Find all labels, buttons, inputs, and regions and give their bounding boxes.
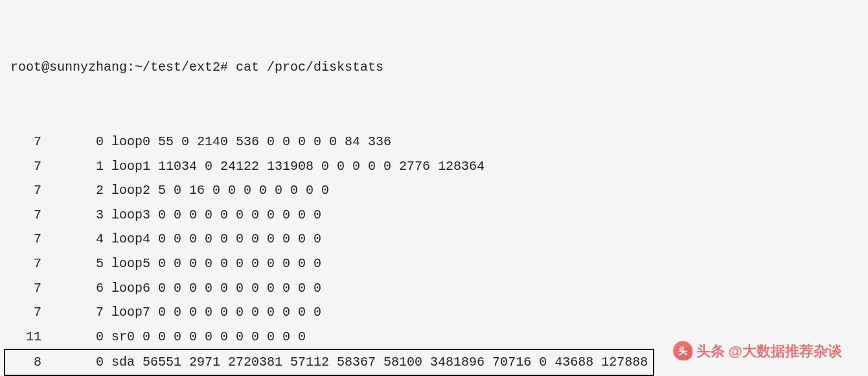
terminal-output: root@sunnyzhang:~/test/ext2# cat /proc/d… (10, 6, 858, 376)
diskstats-row: 7 2 loop2 5 0 16 0 0 0 0 0 0 0 0 (10, 178, 858, 203)
highlighted-diskstats-row: 8 0 sda 56551 2971 2720381 57112 58367 5… (4, 349, 654, 376)
toutiao-icon: 头 (673, 341, 692, 360)
diskstats-row: 7 7 loop7 0 0 0 0 0 0 0 0 0 0 0 (10, 300, 858, 325)
watermark-handle: @大数据推荐杂谈 (729, 338, 842, 364)
watermark: 头 头条 @大数据推荐杂谈 (673, 338, 842, 364)
diskstats-row: 7 3 loop3 0 0 0 0 0 0 0 0 0 0 0 (10, 203, 858, 228)
diskstats-row: 7 0 loop0 55 0 2140 536 0 0 0 0 0 84 336 (10, 130, 858, 154)
command-prompt: root@sunnyzhang:~/test/ext2# cat /proc/d… (10, 55, 858, 80)
watermark-label: 头条 (696, 338, 725, 364)
diskstats-row: 7 1 loop1 11034 0 24122 131908 0 0 0 0 0… (10, 154, 858, 179)
diskstats-row: 7 6 loop6 0 0 0 0 0 0 0 0 0 0 0 (10, 276, 858, 301)
diskstats-row: 7 4 loop4 0 0 0 0 0 0 0 0 0 0 0 (10, 227, 858, 252)
diskstats-row: 7 5 loop5 0 0 0 0 0 0 0 0 0 0 0 (10, 252, 858, 276)
